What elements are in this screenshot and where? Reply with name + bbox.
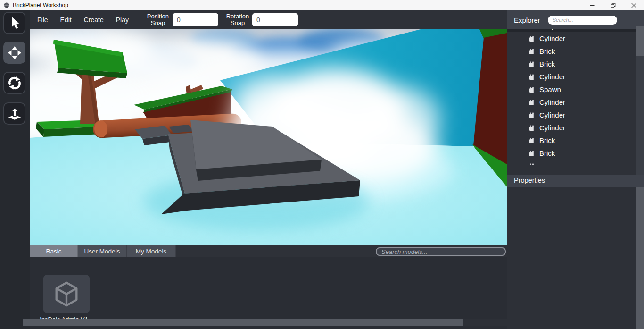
rotation-snap-group: Rotation Snap xyxy=(223,13,298,26)
move-tool-button[interactable] xyxy=(3,42,25,64)
right-panel: Explorer ▾ Workspace Cylinder Brick Bric… xyxy=(507,10,644,329)
models-search-input[interactable] xyxy=(376,247,506,256)
rotation-snap-label: Rotation Snap xyxy=(223,13,252,26)
model-card[interactable]: InsDels Admin V1... xyxy=(30,257,120,319)
menu-bar: File Edit Create Play Position Snap Rota… xyxy=(30,10,507,29)
rotate-arrows-icon xyxy=(7,76,22,91)
tree-item-brick[interactable]: Brick xyxy=(507,134,636,147)
brick-icon xyxy=(528,124,536,132)
menu-edit[interactable]: Edit xyxy=(60,16,72,24)
position-snap-input[interactable] xyxy=(173,13,218,26)
cursor-arrow-icon xyxy=(7,16,22,31)
tree-item-brick[interactable]: Brick xyxy=(507,45,636,58)
brick-icon xyxy=(528,99,536,106)
menubar-divider xyxy=(140,10,140,29)
tree-item-cylinder[interactable]: Cylinder xyxy=(507,96,636,109)
viewport-scene xyxy=(30,29,507,245)
models-tab-bar: Basic User Models My Models xyxy=(30,245,507,257)
explorer-title: Explorer xyxy=(514,16,540,24)
position-snap-label: Position Snap xyxy=(143,13,173,26)
rotate-tool-button[interactable] xyxy=(3,72,25,94)
models-panel: InsDels Admin V1... xyxy=(30,257,507,329)
position-snap-group: Position Snap xyxy=(143,13,218,26)
tree-item-brick[interactable]: Brick xyxy=(507,58,636,70)
explorer-tree: ▾ Workspace Cylinder Brick Brick Cylinde… xyxy=(507,29,636,175)
tab-basic[interactable]: Basic xyxy=(30,245,78,257)
tree-item-brick[interactable]: Brick xyxy=(507,147,636,160)
minimize-button[interactable] xyxy=(582,0,603,10)
brick-icon xyxy=(528,73,536,81)
tree-item-spawn[interactable]: Spawn xyxy=(507,83,636,96)
tree-item-partial[interactable] xyxy=(507,160,636,165)
explorer-header: Explorer xyxy=(507,10,644,29)
tree-item-cylinder[interactable]: Cylinder xyxy=(507,109,636,121)
brick-icon xyxy=(528,35,536,42)
brick-icon xyxy=(528,111,536,119)
tree-item-cylinder[interactable]: Cylinder xyxy=(507,121,636,134)
menu-create[interactable]: Create xyxy=(84,16,104,24)
model-thumbnail[interactable] xyxy=(43,275,90,313)
scale-tool-button[interactable] xyxy=(3,102,25,125)
explorer-search-input[interactable] xyxy=(548,16,617,25)
restore-button[interactable] xyxy=(603,0,623,10)
main-area: File Edit Create Play Position Snap Rota… xyxy=(30,10,507,329)
menu-play[interactable]: Play xyxy=(116,16,129,24)
tab-user-models[interactable]: User Models xyxy=(78,245,127,257)
close-icon xyxy=(631,3,636,8)
window-title: BrickPlanet Workshop xyxy=(13,2,68,8)
brick-icon xyxy=(528,86,536,93)
explorer-scrollbar xyxy=(636,26,644,175)
explorer-tree-scroll: ▾ Workspace Cylinder Brick Brick Cylinde… xyxy=(507,29,636,165)
window-controls xyxy=(582,0,644,10)
rotation-snap-input[interactable] xyxy=(252,13,298,26)
brick-icon xyxy=(528,162,536,166)
title-bar: BrickPlanet Workshop xyxy=(0,0,644,10)
horizontal-scrollbar xyxy=(23,319,636,326)
minimize-icon xyxy=(590,3,595,8)
properties-body xyxy=(507,187,644,329)
tab-my-models[interactable]: My Models xyxy=(127,245,176,257)
brick-icon xyxy=(528,137,536,144)
tree-item-cylinder[interactable]: Cylinder xyxy=(507,70,636,83)
app-logo-icon xyxy=(4,2,9,8)
tree-item-cylinder[interactable]: Cylinder xyxy=(507,32,636,45)
cube-icon xyxy=(52,279,81,309)
brick-icon xyxy=(528,48,536,55)
close-button[interactable] xyxy=(623,0,644,10)
tool-sidebar xyxy=(0,10,30,329)
horizontal-scrollbar-thumb[interactable] xyxy=(23,319,463,326)
explorer-scrollbar-thumb[interactable] xyxy=(636,26,644,56)
scale-up-icon xyxy=(7,106,22,121)
select-tool-button[interactable] xyxy=(3,12,25,34)
viewport-3d[interactable] xyxy=(30,29,507,245)
brick-icon xyxy=(528,60,536,68)
properties-header: Properties xyxy=(507,175,644,187)
menu-file[interactable]: File xyxy=(37,16,48,24)
brick-icon xyxy=(528,150,536,157)
move-arrows-icon xyxy=(7,45,22,60)
properties-scrollbar[interactable] xyxy=(636,187,644,329)
restore-icon xyxy=(611,3,616,8)
